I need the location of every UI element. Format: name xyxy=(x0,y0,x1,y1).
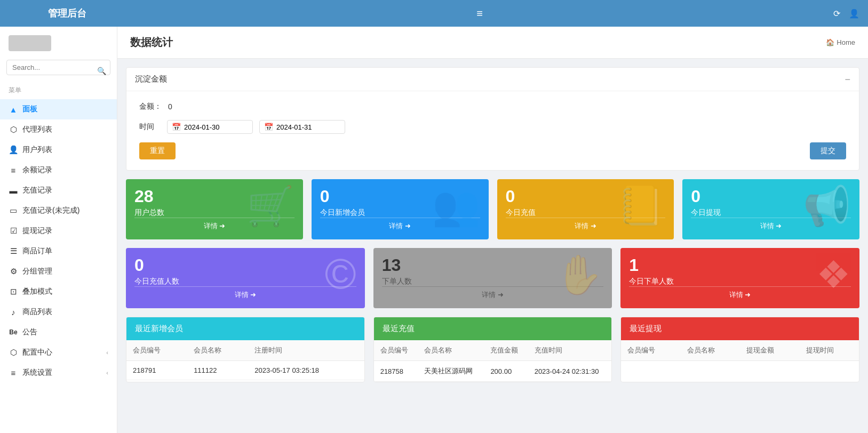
sidebar-item-dashboard[interactable]: ▲ 面板 xyxy=(0,99,117,119)
calendar-icon-from: 📅 xyxy=(172,123,181,131)
recent-withdraw-header: 最近提现 xyxy=(621,317,859,340)
recharge-amount: 200.00 xyxy=(484,361,528,382)
menu-toggle-button[interactable]: ≡ xyxy=(472,5,487,22)
recent-members-card: 最近新增会员 会员编号 会员名称 注册时间 218791 xyxy=(126,317,365,382)
table-row: 218758 天美社区源码网 200.00 2023-04-24 02:31:3… xyxy=(374,361,612,382)
col-member-id-r: 会员编号 xyxy=(374,340,418,361)
sidebar-item-balance-records[interactable]: ≡ 余额记录 xyxy=(0,160,117,180)
sidebar-item-config-center[interactable]: ⬡ 配置中心 ‹ xyxy=(0,342,117,363)
group-icon: ⚙ xyxy=(9,267,18,276)
sediment-card-body: 金额： 0 时间 📅 📅 xyxy=(126,91,859,170)
stat-card-recharge-users[interactable]: 0 今日充值人数 © 详情 ➜ xyxy=(126,248,365,308)
sidebar-item-agent-list[interactable]: ⬡ 代理列表 xyxy=(0,119,117,140)
sidebar-item-system-settings[interactable]: ≡ 系统设置 ‹ xyxy=(0,363,117,383)
recharge-time: 2023-04-24 02:31:30 xyxy=(528,361,612,382)
sidebar-item-label: 公告 xyxy=(22,327,37,337)
member-name: 天美社区源码网 xyxy=(418,361,484,382)
recent-members-header: 最近新增会员 xyxy=(126,317,364,340)
header-right-icons: ⟳ 👤 xyxy=(833,9,859,19)
menu-label: 菜单 xyxy=(0,82,117,99)
recharge-incomplete-icon: ▭ xyxy=(9,206,18,215)
sidebar-item-withdraw-records[interactable]: ☑ 提现记录 xyxy=(0,221,117,241)
megaphone-icon: 📢 xyxy=(803,186,851,224)
page-header: 数据统计 🏠 Home xyxy=(117,27,868,59)
sediment-card-header: 沉淀金额 − xyxy=(126,68,859,91)
recharge-users-detail[interactable]: 详情 ➜ xyxy=(134,286,356,300)
sidebar-item-recharge-incomplete[interactable]: ▭ 充值记录(未完成) xyxy=(0,201,117,221)
chevron-right-icon-2: ‹ xyxy=(106,370,108,376)
stack-icon: ⊡ xyxy=(9,287,18,296)
sidebar-item-label: 用户列表 xyxy=(22,145,52,155)
home-icon: 🏠 xyxy=(826,38,834,46)
recent-recharge-card: 最近充值 会员编号 会员名称 充值金额 充值时间 xyxy=(373,317,612,382)
search-icon: 🔍 xyxy=(97,67,106,75)
calendar-icon-to: 📅 xyxy=(264,123,273,131)
sidebar-item-product-list[interactable]: ♪ 商品列表 xyxy=(0,302,117,322)
col-withdraw-time: 提现时间 xyxy=(800,340,859,361)
balance-icon: ≡ xyxy=(9,165,18,175)
member-id: 218791 xyxy=(126,361,187,380)
dropbox-icon: ❖ xyxy=(816,255,851,293)
sidebar-item-label: 充值记录(未完成) xyxy=(22,206,79,215)
stats-row-1: 28 用户总数 🛒 详情 ➜ 0 今日新增会员 👥 详情 ➜ xyxy=(126,179,859,239)
search-input[interactable] xyxy=(6,60,110,75)
withdraw-icon: ☑ xyxy=(9,226,18,236)
stat-card-order-users-today[interactable]: 1 今日下单人数 ❖ 详情 ➜ xyxy=(620,248,859,308)
col-recharge-amount: 充值金额 xyxy=(484,340,528,361)
page-title: 数据统计 xyxy=(130,35,173,50)
sidebar-item-label: 提现记录 xyxy=(22,226,52,236)
recent-members-table: 会员编号 会员名称 注册时间 218791 111122 2023-05-17 … xyxy=(126,340,364,380)
sidebar-item-label: 叠加模式 xyxy=(22,287,52,296)
cart-icon: 🛒 xyxy=(246,186,294,224)
book-icon: 📒 xyxy=(617,186,665,224)
col-withdraw-amount: 提现金额 xyxy=(740,340,799,361)
stat-card-new-members[interactable]: 0 今日新增会员 👥 详情 ➜ xyxy=(312,179,489,239)
register-time: 2023-05-17 03:25:18 xyxy=(248,361,364,380)
col-member-name-r: 会员名称 xyxy=(418,340,484,361)
sidebar-item-label: 配置中心 xyxy=(22,348,52,357)
sidebar-item-label: 代理列表 xyxy=(22,125,52,134)
sidebar-item-group-management[interactable]: ⚙ 分组管理 xyxy=(0,261,117,282)
col-member-id-w: 会员编号 xyxy=(621,340,680,361)
col-member-id: 会员编号 xyxy=(126,340,187,361)
sidebar-item-recharge-records[interactable]: ▬ 充值记录 xyxy=(0,180,117,201)
recent-withdraw-card: 最近提现 会员编号 会员名称 提现金额 提现时间 xyxy=(620,317,859,382)
dashboard-icon: ▲ xyxy=(9,105,18,114)
submit-button[interactable]: 提交 xyxy=(810,142,846,159)
tables-grid: 最近新增会员 会员编号 会员名称 注册时间 218791 xyxy=(126,317,859,382)
amount-row: 金额： 0 xyxy=(139,102,846,111)
avatar xyxy=(9,35,51,51)
hand-icon: ✋ xyxy=(555,255,603,293)
copyright-icon: © xyxy=(325,253,356,295)
sidebar-item-product-orders[interactable]: ☰ 商品订单 xyxy=(0,241,117,261)
config-icon: ⬡ xyxy=(9,348,18,357)
stat-card-total-users[interactable]: 28 用户总数 🛒 详情 ➜ xyxy=(126,179,303,239)
date-to-input[interactable] xyxy=(276,123,340,131)
date-from-input-wrap: 📅 xyxy=(167,120,253,134)
stat-card-withdraw-today[interactable]: 0 今日提现 📢 详情 ➜ xyxy=(682,179,859,239)
stats-row-2: 0 今日充值人数 © 详情 ➜ 13 下单人数 ✋ 详情 ➜ 1 xyxy=(126,248,859,308)
orders-icon: ☰ xyxy=(9,246,18,256)
sidebar-item-label: 商品列表 xyxy=(22,307,52,317)
sidebar-item-label: 面板 xyxy=(22,105,37,114)
stat-card-order-count[interactable]: 13 下单人数 ✋ 详情 ➜ xyxy=(373,248,612,308)
date-to-input-wrap: 📅 xyxy=(259,120,345,134)
sidebar-item-user-list[interactable]: 👤 用户列表 xyxy=(0,140,117,160)
sidebar-item-label: 分组管理 xyxy=(22,267,52,276)
form-actions: 重置 提交 xyxy=(139,142,846,159)
time-label: 时间 xyxy=(139,122,161,132)
settings-icon: ≡ xyxy=(9,368,18,378)
col-recharge-time: 充值时间 xyxy=(528,340,612,361)
reset-button[interactable]: 重置 xyxy=(139,142,176,159)
sidebar-item-stack-mode[interactable]: ⊡ 叠加模式 xyxy=(0,282,117,302)
breadcrumb-home[interactable]: Home xyxy=(837,38,855,46)
content-area: 沉淀金额 − 金额： 0 时间 📅 xyxy=(117,59,868,433)
stat-card-recharge-today[interactable]: 0 今日充值 📒 详情 ➜ xyxy=(497,179,674,239)
collapse-button[interactable]: − xyxy=(845,75,850,84)
sidebar-item-announcement[interactable]: Be 公告 xyxy=(0,322,117,342)
col-register-time: 注册时间 xyxy=(248,340,364,361)
date-from-input[interactable] xyxy=(184,123,248,131)
refresh-icon[interactable]: ⟳ xyxy=(833,9,840,19)
user-list-icon: 👤 xyxy=(9,145,18,155)
col-member-name: 会员名称 xyxy=(187,340,248,361)
